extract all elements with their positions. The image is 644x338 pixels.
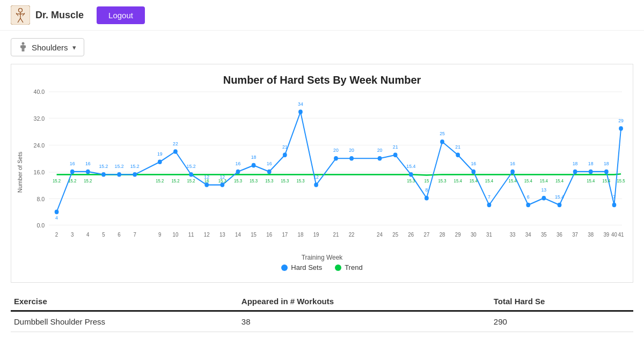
svg-point-92 bbox=[558, 203, 562, 208]
svg-text:29: 29 bbox=[618, 117, 624, 123]
svg-text:25: 25 bbox=[440, 131, 445, 136]
svg-text:6: 6 bbox=[118, 232, 121, 238]
svg-text:18: 18 bbox=[251, 155, 257, 160]
svg-rect-11 bbox=[24, 46, 26, 48]
svg-text:39: 39 bbox=[603, 232, 609, 238]
svg-text:12: 12 bbox=[204, 232, 210, 238]
chart-inner: 40.0 32.0 24.0 16.0 8.0 0.0 2 3 4 5 6 7 … bbox=[49, 92, 622, 253]
body-silhouette-icon bbox=[19, 42, 27, 53]
x-axis-label: Training Week bbox=[22, 254, 622, 261]
exercise-table-section: Exercise Appeared in # Workouts Total Ha… bbox=[11, 292, 633, 338]
svg-point-69 bbox=[173, 149, 178, 154]
chart-container: Number of Hard Sets By Week Number Numbe… bbox=[11, 64, 633, 283]
svg-point-74 bbox=[252, 163, 256, 168]
svg-text:27: 27 bbox=[424, 232, 430, 238]
svg-text:15.2: 15.2 bbox=[99, 164, 108, 169]
svg-point-70 bbox=[189, 172, 193, 177]
svg-text:13: 13 bbox=[219, 232, 225, 238]
svg-text:40.0: 40.0 bbox=[33, 89, 45, 95]
svg-text:15.3: 15.3 bbox=[296, 179, 305, 183]
svg-text:15.3: 15.3 bbox=[265, 179, 274, 183]
workouts-count: 34 bbox=[220, 332, 472, 339]
svg-text:18: 18 bbox=[298, 232, 304, 238]
svg-text:17: 17 bbox=[282, 232, 288, 238]
trend-legend-label: Trend bbox=[345, 263, 362, 271]
svg-text:13: 13 bbox=[541, 187, 547, 193]
svg-point-81 bbox=[378, 156, 382, 161]
svg-point-96 bbox=[612, 203, 617, 208]
svg-text:9: 9 bbox=[158, 232, 162, 238]
svg-point-62 bbox=[55, 210, 59, 215]
svg-text:15.2: 15.2 bbox=[115, 164, 124, 169]
svg-text:15.2: 15.2 bbox=[187, 179, 196, 183]
app-header: Dr. Muscle Logout bbox=[0, 0, 644, 31]
svg-text:33: 33 bbox=[510, 232, 516, 238]
svg-text:15.4: 15.4 bbox=[509, 179, 517, 183]
svg-text:15.3: 15.3 bbox=[234, 179, 243, 183]
table-row: Dumbbell Shoulder Press 38 290 bbox=[11, 311, 633, 332]
svg-text:16: 16 bbox=[266, 232, 272, 238]
svg-text:15.3: 15.3 bbox=[250, 179, 258, 183]
svg-point-97 bbox=[619, 126, 623, 131]
svg-text:2: 2 bbox=[55, 232, 58, 238]
col-exercise-header: Exercise bbox=[11, 292, 220, 311]
svg-text:16: 16 bbox=[267, 161, 272, 166]
svg-text:4: 4 bbox=[86, 232, 90, 238]
svg-text:19: 19 bbox=[157, 151, 163, 157]
svg-text:15.5: 15.5 bbox=[617, 179, 626, 183]
svg-text:15.4: 15.4 bbox=[540, 179, 548, 183]
svg-point-94 bbox=[589, 170, 593, 174]
svg-point-93 bbox=[573, 170, 577, 174]
svg-text:21: 21 bbox=[393, 144, 398, 150]
table-row: Lateral Raise 34 165 bbox=[11, 332, 633, 339]
logo-icon bbox=[11, 5, 30, 25]
svg-text:7: 7 bbox=[133, 232, 136, 238]
svg-text:15: 15 bbox=[425, 179, 429, 183]
y-axis-label: Number of Sets bbox=[17, 152, 23, 193]
svg-text:16: 16 bbox=[236, 161, 241, 166]
svg-text:20: 20 bbox=[377, 148, 383, 153]
svg-text:29: 29 bbox=[455, 232, 461, 238]
svg-text:15.2: 15.2 bbox=[84, 179, 92, 183]
svg-text:31: 31 bbox=[486, 232, 492, 238]
svg-text:15: 15 bbox=[251, 232, 257, 238]
svg-point-87 bbox=[471, 170, 475, 174]
svg-text:16: 16 bbox=[204, 179, 209, 183]
svg-text:11: 11 bbox=[188, 232, 194, 238]
svg-text:15.4: 15.4 bbox=[555, 194, 564, 200]
svg-text:15.4: 15.4 bbox=[524, 179, 533, 183]
svg-point-73 bbox=[236, 170, 240, 174]
svg-text:8: 8 bbox=[425, 187, 428, 193]
logout-button[interactable]: Logout bbox=[97, 6, 145, 24]
svg-text:15.4: 15.4 bbox=[602, 179, 611, 183]
svg-text:34: 34 bbox=[525, 232, 531, 238]
svg-text:32.0: 32.0 bbox=[33, 115, 45, 122]
logo-area: Dr. Muscle bbox=[11, 5, 84, 25]
svg-text:15.4: 15.4 bbox=[454, 179, 463, 183]
svg-text:15.2: 15.2 bbox=[68, 179, 77, 183]
svg-point-84 bbox=[425, 196, 429, 201]
svg-text:22: 22 bbox=[349, 232, 355, 238]
svg-text:16: 16 bbox=[510, 161, 515, 166]
svg-text:15.3: 15.3 bbox=[407, 179, 415, 183]
svg-point-95 bbox=[604, 170, 609, 174]
svg-point-85 bbox=[440, 139, 444, 144]
svg-point-75 bbox=[267, 170, 272, 174]
svg-text:15.4: 15.4 bbox=[587, 179, 595, 183]
muscle-group-dropdown[interactable]: Shoulders ▾ bbox=[11, 38, 84, 56]
chevron-down-icon: ▾ bbox=[72, 43, 76, 52]
svg-text:15.3: 15.3 bbox=[218, 179, 227, 183]
svg-text:19: 19 bbox=[313, 232, 319, 238]
svg-text:8.0: 8.0 bbox=[36, 195, 45, 202]
svg-text:7: 7 bbox=[488, 194, 491, 200]
svg-point-91 bbox=[541, 196, 546, 201]
svg-text:30: 30 bbox=[471, 232, 477, 238]
hard-sets-legend-dot bbox=[281, 264, 288, 271]
trend-legend-dot bbox=[335, 264, 341, 271]
svg-text:15.4: 15.4 bbox=[555, 179, 564, 183]
svg-point-65 bbox=[101, 172, 106, 177]
svg-text:38: 38 bbox=[588, 232, 594, 238]
svg-text:3: 3 bbox=[71, 232, 74, 238]
svg-text:16.0: 16.0 bbox=[33, 169, 45, 176]
svg-text:21: 21 bbox=[455, 144, 460, 150]
